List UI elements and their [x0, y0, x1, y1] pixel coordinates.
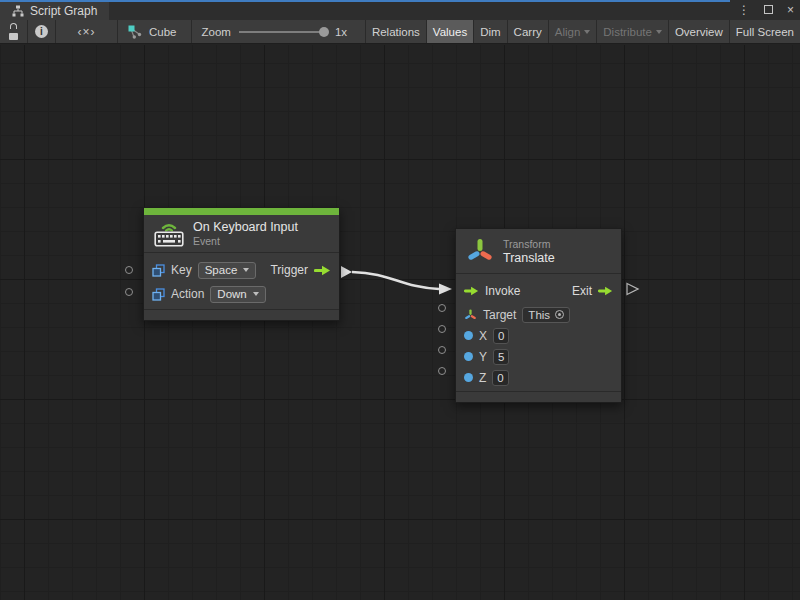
zoom-slider[interactable] — [239, 31, 327, 33]
literal-value-icon — [152, 288, 165, 301]
code-icon: ‹×› — [78, 25, 96, 39]
carry-button[interactable]: Carry — [507, 20, 548, 43]
target-object-field[interactable]: This — [522, 307, 570, 323]
lock-button[interactable] — [0, 20, 28, 43]
edit-source-button[interactable]: ‹×› — [56, 20, 118, 43]
connection-wire[interactable] — [352, 272, 439, 289]
align-button[interactable]: Align — [548, 20, 597, 43]
action-row: Action Down — [152, 282, 331, 306]
info-button[interactable]: i — [28, 20, 56, 43]
y-label: Y — [479, 350, 487, 364]
distribute-label: Distribute — [603, 26, 652, 38]
action-node-title: Translate — [503, 251, 555, 265]
window-tab-bar: Script Graph ⋮ × — [0, 0, 800, 20]
values-label: Values — [433, 26, 467, 38]
z-label: Z — [479, 371, 486, 385]
values-button[interactable]: Values — [426, 20, 473, 43]
zoom-label: Zoom — [202, 26, 231, 38]
distribute-button[interactable]: Distribute — [596, 20, 668, 43]
action-node-translate[interactable]: Transform Translate Invoke Exit — [455, 228, 622, 403]
dim-label: Dim — [480, 26, 500, 38]
connection-layer — [0, 45, 800, 600]
window-maximize-button[interactable] — [762, 0, 775, 20]
zoom-control: Zoom 1x — [192, 20, 358, 43]
action-label: Action — [171, 287, 204, 301]
action-node-body: Invoke Exit — [456, 274, 621, 391]
exit-output-port[interactable] — [627, 284, 638, 295]
chevron-down-icon — [243, 268, 249, 272]
target-input-port[interactable] — [438, 304, 446, 312]
event-node-on-keyboard-input[interactable]: On Keyboard Input Event Key Space — [143, 207, 340, 321]
window-menu-button[interactable]: ⋮ — [736, 0, 752, 20]
transform-icon — [466, 236, 494, 266]
event-node-title: On Keyboard Input — [193, 220, 298, 234]
action-node-header: Transform Translate — [456, 229, 621, 274]
float-port-icon — [464, 373, 473, 382]
overview-label: Overview — [675, 26, 723, 38]
invoke-label: Invoke — [485, 284, 520, 298]
overview-button[interactable]: Overview — [668, 20, 729, 43]
graph-target-selector[interactable]: Cube — [118, 20, 192, 43]
trigger-output-port[interactable] — [341, 266, 352, 278]
transform-mini-icon — [464, 308, 477, 322]
z-input-port[interactable] — [438, 367, 446, 375]
x-row: X 0 — [464, 325, 613, 346]
graph-hierarchy-icon — [12, 5, 24, 17]
x-label: X — [479, 329, 487, 343]
connection-arrowhead — [439, 284, 452, 295]
dim-button[interactable]: Dim — [473, 20, 506, 43]
literal-value-icon — [152, 264, 165, 277]
window-close-button[interactable]: × — [785, 0, 796, 20]
script-graph-window: Script Graph ⋮ × i ‹×› Cube Zo — [0, 0, 800, 600]
zoom-slider-handle[interactable] — [319, 27, 329, 37]
event-node-body: Key Space Trigger — [144, 253, 339, 309]
flow-arrow-icon — [314, 265, 331, 276]
event-node-subtitle: Event — [193, 235, 298, 247]
full-screen-label: Full Screen — [736, 26, 794, 38]
float-port-icon — [464, 352, 473, 361]
relations-label: Relations — [372, 26, 420, 38]
flow-arrow-icon — [598, 286, 613, 296]
z-row: Z 0 — [464, 367, 613, 388]
zoom-value: 1x — [335, 26, 347, 38]
event-node-header: On Keyboard Input Event — [144, 215, 339, 253]
relations-button[interactable]: Relations — [365, 20, 426, 43]
window-controls: ⋮ × — [736, 0, 796, 20]
exit-label: Exit — [572, 284, 592, 298]
flow-arrow-icon — [464, 286, 479, 296]
action-dropdown[interactable]: Down — [210, 286, 265, 303]
key-row: Key Space Trigger — [152, 258, 331, 282]
z-value-field[interactable]: 0 — [492, 370, 508, 386]
y-value-field[interactable]: 5 — [493, 349, 509, 365]
info-icon: i — [35, 25, 48, 38]
key-label: Key — [171, 263, 192, 277]
graph-canvas[interactable]: On Keyboard Input Event Key Space — [0, 45, 800, 600]
object-picker-icon[interactable] — [555, 310, 564, 319]
action-input-port[interactable] — [125, 288, 133, 296]
y-row: Y 5 — [464, 346, 613, 367]
active-window-accent — [0, 0, 730, 2]
maximize-icon — [764, 5, 773, 14]
lock-icon — [9, 23, 18, 40]
align-label: Align — [555, 26, 581, 38]
key-dropdown[interactable]: Space — [198, 262, 257, 279]
y-input-port[interactable] — [438, 346, 446, 354]
event-node-accent-bar — [144, 208, 339, 215]
carry-label: Carry — [514, 26, 542, 38]
chevron-down-icon — [253, 292, 259, 296]
x-value-field[interactable]: 0 — [493, 328, 509, 344]
action-dropdown-value: Down — [217, 288, 246, 300]
graph-target-label: Cube — [149, 26, 177, 38]
full-screen-button[interactable]: Full Screen — [729, 20, 800, 43]
trigger-label: Trigger — [270, 263, 308, 277]
invoke-exit-row: Invoke Exit — [464, 278, 613, 304]
action-node-category: Transform — [503, 238, 555, 250]
key-input-port[interactable] — [125, 266, 133, 274]
keyboard-input-icon — [154, 221, 184, 247]
x-input-port[interactable] — [438, 325, 446, 333]
chevron-down-icon — [656, 30, 662, 34]
event-node-footer — [144, 309, 339, 320]
tab-script-graph[interactable]: Script Graph — [0, 2, 109, 20]
toolbar-spacer — [357, 20, 365, 43]
graph-pointer-icon — [128, 25, 143, 39]
